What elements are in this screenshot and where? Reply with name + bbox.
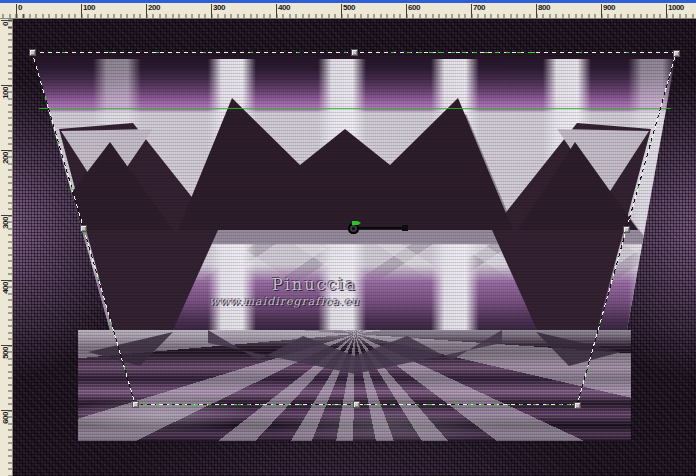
v-ruler-label: 200 [1, 152, 10, 164]
handle-top-right[interactable] [673, 50, 680, 57]
handle-middle-left[interactable] [80, 225, 87, 232]
handle-top-center[interactable] [351, 49, 358, 56]
v-ruler-tick [1, 345, 12, 346]
handle-bottom-left[interactable] [132, 401, 139, 408]
canvas-area[interactable]: Pinuccia www.maidiregrafica.eu [13, 19, 696, 476]
h-ruler-tick [276, 4, 277, 18]
h-ruler-tick [211, 4, 212, 18]
h-ruler-label: 300 [213, 3, 225, 12]
handle-bottom-center[interactable] [353, 401, 360, 408]
h-ruler-tick [536, 4, 537, 18]
v-ruler-tick [1, 20, 12, 21]
artwork-floor-crown [78, 330, 631, 441]
h-ruler-label: 100 [83, 3, 95, 12]
h-ruler-tick [601, 4, 602, 18]
h-ruler-label: 0 [18, 3, 22, 12]
rotation-arm [358, 227, 405, 229]
h-ruler-label: 600 [408, 3, 420, 12]
h-ruler-label: 800 [538, 3, 550, 12]
handle-bottom-right[interactable] [574, 402, 581, 409]
h-ruler-label: 500 [343, 3, 355, 12]
h-ruler-tick [146, 4, 147, 18]
handle-top-left[interactable] [29, 49, 36, 56]
green-guide-line [39, 108, 671, 109]
v-ruler-label: 0 [1, 22, 10, 26]
h-ruler-tick [81, 4, 82, 18]
h-ruler-tick [16, 4, 17, 18]
h-ruler-tick [341, 4, 342, 18]
v-ruler-label: 600 [1, 412, 10, 424]
v-ruler-tick [1, 150, 12, 151]
rotation-handle[interactable] [402, 225, 408, 231]
v-ruler-label: 400 [1, 282, 10, 294]
v-ruler-tick [1, 410, 12, 411]
app-window: 01002003004005006007008009001000 0100200… [0, 0, 696, 476]
h-ruler-tick [666, 4, 667, 18]
h-ruler-tick [406, 4, 407, 18]
h-ruler-label: 900 [603, 3, 615, 12]
h-ruler-label: 200 [148, 3, 160, 12]
h-ruler-label: 700 [473, 3, 485, 12]
v-ruler-label: 300 [1, 217, 10, 229]
artwork-floor[interactable] [78, 330, 631, 441]
handle-middle-right[interactable] [623, 226, 630, 233]
h-ruler-label: 400 [278, 3, 290, 12]
v-ruler-label: 100 [1, 87, 10, 99]
v-ruler-label: 500 [1, 347, 10, 359]
h-ruler-tick [471, 4, 472, 18]
vertical-ruler[interactable]: 0100200300400500600 [0, 19, 13, 476]
v-ruler-tick [1, 280, 12, 281]
v-ruler-tick [1, 215, 12, 216]
h-ruler-label: 1000 [668, 3, 684, 12]
v-ruler-tick [1, 85, 12, 86]
horizontal-ruler[interactable]: 01002003004005006007008009001000 [0, 3, 696, 19]
